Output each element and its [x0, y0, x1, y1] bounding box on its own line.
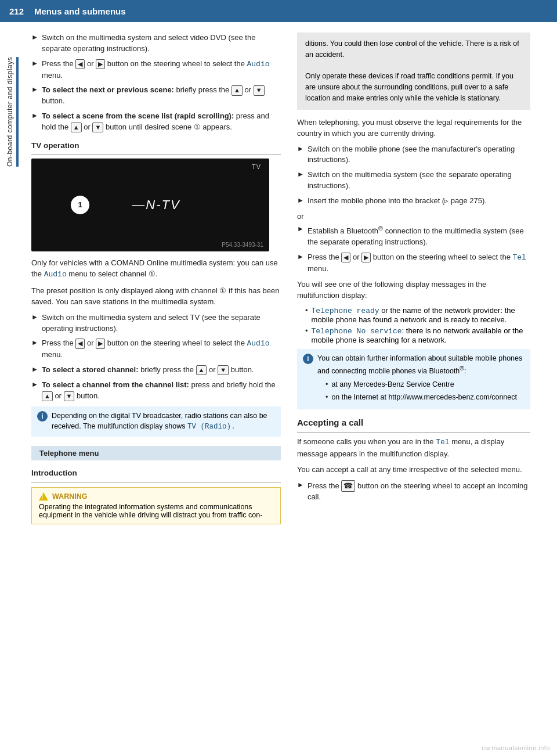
content-area: ► Switch on the multimedia system and se…: [24, 22, 557, 539]
warning-box: WARNING Operating the integrated informa…: [31, 487, 281, 524]
mono-tv-radio: TV (Radio).: [187, 423, 236, 431]
bullet-arrow-icon: ►: [297, 253, 304, 261]
bold-label: To select a channel from the channel lis…: [42, 380, 189, 389]
list-item: ► Switch on the multimedia system and se…: [31, 312, 281, 334]
watermark-text: carmanualsonline.info: [482, 744, 550, 751]
bullet-text: To select a stored channel: briefly pres…: [42, 365, 254, 376]
kbd-down: ▼: [254, 85, 265, 95]
intro-heading-text: Introduction: [31, 469, 77, 477]
bullet-arrow-icon: ►: [31, 380, 38, 388]
list-item: ► Press the ◀ or ▶ button on the steerin…: [297, 252, 530, 275]
list-item: ► To select a stored channel: briefly pr…: [31, 365, 281, 376]
info-text-right: You can obtain further information about…: [317, 353, 525, 405]
status-item-text: Telephone ready or the name of the netwo…: [312, 306, 530, 324]
list-item: ► Press the ◀ or ▶ button on the steerin…: [31, 59, 281, 81]
grey-box-text2: Only operate these devices if road traff…: [305, 72, 513, 102]
divider3: [297, 432, 530, 433]
kbd-down4: ▼: [64, 391, 75, 401]
kbd-up4: ▲: [42, 391, 53, 401]
right-para3: If someone calls you when you are in the…: [297, 436, 530, 459]
side-label: On-board computer and displays: [6, 57, 19, 167]
bullet-arrow-icon: ►: [31, 85, 38, 93]
bullet-text: Press the ◀ or ▶ button on the steering …: [42, 59, 281, 81]
right-para2: You will see one of the following displa…: [297, 279, 530, 301]
mono-tel: Tel: [513, 253, 526, 262]
tv-label: TV: [252, 163, 261, 170]
bullet-arrow-icon: ►: [31, 365, 38, 373]
mono-tel-no-service: Telephone No service: [312, 327, 402, 336]
mono-audio3: Audio: [247, 339, 270, 348]
list-item: ► Switch on the multimedia system and se…: [31, 33, 281, 55]
list-item: • at any Mercedes-Benz Service Centre: [325, 379, 525, 390]
warning-triangle-icon: [39, 492, 48, 501]
bullet-text: Press the ◀ or ▶ button on the steering …: [308, 252, 530, 275]
kbd-up3: ▲: [196, 365, 207, 375]
bullet-text: To select the next or previous scene: br…: [42, 85, 281, 107]
sub-bullet-text2: on the Internet at http://www.mercedes-b…: [331, 392, 517, 403]
bullet-arrow-icon: ►: [31, 111, 38, 120]
tv-image: TV 1 —N-TV P54.33-3493-31: [31, 159, 269, 251]
watermark: carmanualsonline.info: [482, 744, 550, 751]
tv-circle-num: 1: [71, 196, 89, 214]
list-item: ► Press the ◀ or ▶ button on the steerin…: [31, 338, 281, 361]
bold-label: To select a scene from the scene list (r…: [42, 111, 234, 120]
sub-bullet-dot: •: [305, 306, 308, 315]
bullet-text: Switch on the mobile phone (see the manu…: [308, 144, 530, 166]
kbd-up2: ▲: [71, 123, 82, 132]
bullet-text: Switch on the multimedia system (see the…: [308, 170, 530, 192]
tv-channel-name: —N-TV: [132, 197, 180, 213]
list-item: ► Establish a Bluetooth® connection to t…: [297, 224, 530, 248]
kbd-down3: ▼: [218, 365, 229, 375]
section-box: Telephone menu: [31, 446, 281, 460]
kbd-right2: ▶: [96, 339, 105, 348]
sub-bullet-dot2: •: [305, 326, 308, 335]
bullet-text: Press the ◀ or ▶ button on the steering …: [42, 338, 281, 361]
bold-label: To select a stored channel:: [42, 365, 139, 374]
info-box-right: i You can obtain further information abo…: [297, 349, 530, 409]
kbd-phone: ☎: [341, 480, 355, 492]
grey-box-text: ditions. You could then lose control of …: [305, 39, 519, 59]
section-box-label: Telephone menu: [39, 449, 99, 458]
warning-title-text: WARNING: [52, 492, 87, 501]
right-para1: When telephoning, you must observe the l…: [297, 117, 530, 139]
left-column: ► Switch on the multimedia system and se…: [24, 33, 291, 529]
bullet-text: Establish a Bluetooth® connection to the…: [308, 224, 530, 248]
kbd-right3: ▶: [361, 253, 371, 262]
sub-bullet-text: at any Mercedes-Benz Service Centre: [331, 379, 454, 390]
bullet-text: Switch on the multimedia system and sele…: [42, 33, 281, 55]
info-box: i Depending on the digital TV broadcaste…: [31, 406, 281, 437]
bullet-arrow-icon: ►: [297, 481, 304, 489]
or-text: or: [297, 211, 530, 222]
mono-audio: Audio: [247, 60, 270, 69]
divider: [31, 154, 281, 155]
side-label-col: On-board computer and displays: [0, 22, 24, 539]
kbd-up: ▲: [232, 85, 243, 95]
page-number: 212: [9, 6, 24, 16]
bullet-arrow-icon: ►: [31, 339, 38, 347]
info-icon: i: [37, 411, 48, 422]
bullet-arrow-icon: ►: [31, 313, 38, 321]
list-item: ► Switch on the mobile phone (see the ma…: [297, 144, 530, 166]
list-item: ► Press the ☎ button on the steering whe…: [297, 480, 530, 503]
bold-label: To select the next or previous scene:: [42, 85, 174, 94]
kbd-right: ▶: [96, 59, 105, 69]
page-body: On-board computer and displays ► Switch …: [0, 22, 557, 539]
tv-section-heading: TV operation: [31, 141, 281, 150]
kbd-left2: ◀: [75, 339, 85, 348]
mono-tel-ready: Telephone ready: [312, 307, 379, 315]
page-header: 212 Menus and submenus: [0, 0, 557, 22]
list-item: ► To select a channel from the channel l…: [31, 380, 281, 402]
list-item: ► Switch on the multimedia system (see t…: [297, 170, 530, 192]
kbd-left3: ◀: [341, 253, 350, 262]
bullet-arrow-icon: ►: [31, 59, 38, 67]
bullet-text: Press the ☎ button on the steering wheel…: [308, 480, 530, 503]
list-item: ► To select a scene from the scene list …: [31, 111, 281, 133]
list-item: • Telephone ready or the name of the net…: [305, 306, 530, 324]
kbd-down2: ▼: [92, 123, 103, 132]
kbd-left: ◀: [75, 59, 85, 69]
bullet-arrow-icon: ►: [297, 225, 304, 233]
mono-tel2: Tel: [436, 438, 449, 447]
list-item: • on the Internet at http://www.mercedes…: [325, 392, 525, 403]
warning-title: WARNING: [39, 492, 273, 501]
bullet-text: Insert the mobile phone into the bracket…: [308, 196, 487, 207]
